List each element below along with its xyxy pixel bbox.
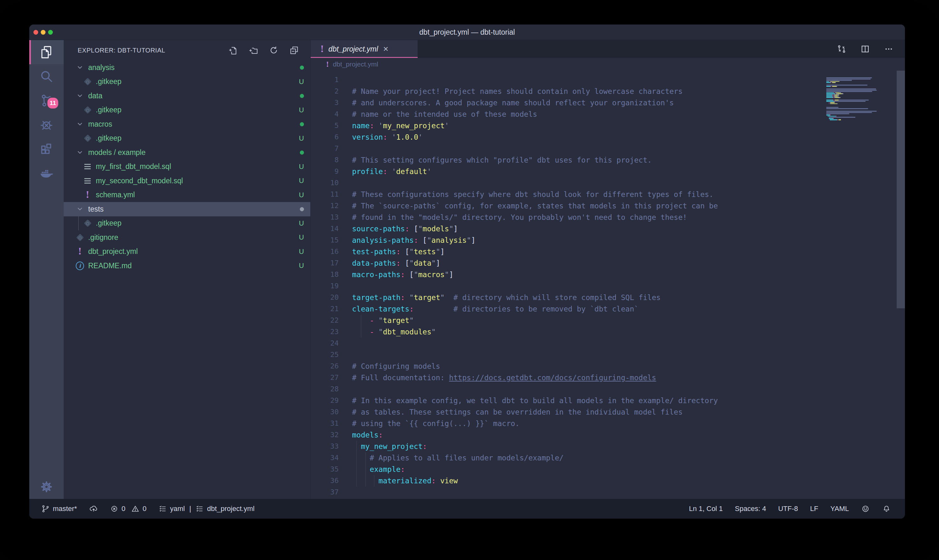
eol-status[interactable]: LF [810, 505, 818, 513]
open-changes-icon[interactable] [837, 44, 847, 54]
tree-item-data[interactable]: data [64, 89, 310, 103]
tree-item-macros[interactable]: macros [64, 117, 310, 131]
more-actions-icon[interactable] [884, 44, 893, 54]
yaml-warning-icon: ! [76, 246, 84, 257]
line-number: 13 [311, 212, 339, 223]
tree-item-gitignore[interactable]: .gitignoreU [64, 230, 310, 245]
line-number: 5 [311, 120, 339, 131]
tree-item-my-second-dbt-model-sql[interactable]: my_second_dbt_model.sqlU [64, 174, 310, 188]
tab-bar: ! dbt_project.yml × [311, 40, 905, 58]
code-line: 7 [311, 143, 905, 154]
code-line: 34 # Applies to all files under models/e… [311, 452, 905, 464]
line-number: 10 [311, 177, 339, 189]
close-window-button[interactable] [34, 30, 38, 35]
linter-yaml-status[interactable]: yaml | dbt_project.yml [159, 505, 254, 513]
code-line: 1 [311, 74, 905, 86]
sync-changes-button[interactable] [89, 504, 98, 513]
window-title: dbt_project.yml — dbt-tutorial [419, 28, 515, 37]
line-number: 9 [311, 166, 339, 177]
line-number: 23 [311, 326, 339, 338]
refresh-icon[interactable] [269, 46, 279, 55]
tree-item-dbt-project-yml[interactable]: !dbt_project.ymlU [64, 245, 310, 259]
notifications-bell-icon[interactable] [882, 504, 891, 513]
chevron-down-icon [76, 64, 84, 71]
docker-whale-icon [39, 165, 54, 181]
collapse-folders-icon[interactable] [289, 46, 299, 55]
activitybar-docker[interactable] [29, 161, 64, 185]
close-tab-icon[interactable]: × [381, 45, 390, 54]
linter-file: dbt_project.yml [207, 505, 254, 513]
code-line: 28 [311, 383, 905, 395]
git-untracked-badge: U [299, 134, 304, 143]
tree-item-gitkeep[interactable]: .gitkeepU [64, 216, 310, 231]
line-number: 12 [311, 200, 339, 212]
activitybar-settings[interactable] [29, 475, 64, 499]
line-number: 16 [311, 246, 339, 257]
activitybar-extensions[interactable] [29, 137, 64, 161]
code-line: 2# Name your project! Project names shou… [311, 86, 905, 97]
minimap[interactable] [824, 71, 897, 122]
indent-guide [365, 452, 366, 464]
code-line: 17data-paths: ["data"] [311, 257, 905, 269]
line-number: 19 [311, 280, 339, 292]
tree-item-analysis[interactable]: analysis [64, 60, 310, 75]
breadcrumb[interactable]: ! dbt_project.yml [311, 58, 905, 71]
activitybar-debug[interactable] [29, 112, 64, 137]
explorer-header-title: EXPLORER: DBT-TUTORIAL [78, 47, 165, 54]
code-line: 10 [311, 177, 905, 189]
tree-item-readme-md[interactable]: iREADME.mdU [64, 259, 310, 273]
tree-item-schema-yml[interactable]: !schema.ymlU [64, 188, 310, 202]
explorer-header: EXPLORER: DBT-TUTORIAL [64, 40, 310, 60]
tree-item-label: my_first_dbt_model.sql [96, 162, 171, 171]
activitybar-explorer[interactable] [29, 40, 64, 64]
tree-item-models-example[interactable]: models / example [64, 145, 310, 160]
code-lines: 12# Name your project! Project names sho… [311, 71, 905, 498]
tree-item-gitkeep[interactable]: .gitkeepU [64, 103, 310, 117]
line-number: 20 [311, 292, 339, 303]
code-line: 31# using the `{{ config(...) }}` macro. [311, 418, 905, 429]
sql-file-icon [83, 178, 92, 184]
git-untracked-badge: U [299, 262, 304, 270]
git-untracked-badge: U [299, 248, 304, 256]
indentation-status[interactable]: Spaces: 4 [735, 505, 766, 513]
code-editor[interactable]: 12# Name your project! Project names sho… [311, 71, 905, 499]
line-number: 36 [311, 475, 339, 486]
tab-dbt-project-yml[interactable]: ! dbt_project.yml × [311, 40, 418, 58]
split-editor-icon[interactable] [860, 44, 870, 54]
code-line: 33 my_new_project: [311, 441, 905, 452]
tree-item-tests[interactable]: tests [64, 202, 310, 216]
encoding-status[interactable]: UTF-8 [778, 505, 798, 513]
tree-item-my-first-dbt-model-sql[interactable]: my_first_dbt_model.sqlU [64, 160, 310, 174]
explorer-sidebar: EXPLORER: DBT-TUTORIAL [64, 40, 311, 499]
new-file-icon[interactable] [228, 46, 238, 55]
minimize-window-button[interactable] [41, 30, 46, 35]
line-number: 35 [311, 464, 339, 475]
line-number: 4 [311, 109, 339, 120]
tree-item-gitkeep[interactable]: .gitkeepU [64, 131, 310, 146]
chevron-down-icon [76, 92, 84, 99]
indent-guide [361, 326, 361, 338]
feedback-smiley-icon[interactable] [861, 504, 870, 513]
indent-guide [361, 315, 361, 326]
code-line: 19 [311, 280, 905, 292]
git-branch-status[interactable]: master* [42, 505, 77, 513]
editor-group: ! dbt_project.yml × [311, 40, 905, 499]
activitybar-source-control[interactable]: 11 [29, 88, 64, 112]
chevron-down-icon [76, 149, 84, 156]
indent-guide [365, 464, 366, 475]
activitybar-search[interactable] [29, 64, 64, 88]
cursor-position[interactable]: Ln 1, Col 1 [689, 505, 722, 513]
line-number: 11 [311, 189, 339, 200]
code-line: 21clean-targets: # directories to be rem… [311, 303, 905, 315]
line-number: 22 [311, 315, 339, 326]
code-line: 8# This setting configures which "profil… [311, 154, 905, 166]
tree-item-gitkeep[interactable]: .gitkeepU [64, 75, 310, 89]
yaml-warning-icon: ! [326, 60, 329, 68]
maximize-window-button[interactable] [48, 30, 53, 35]
problems-status[interactable]: 0 0 [110, 505, 147, 513]
language-mode[interactable]: YAML [830, 505, 849, 513]
git-untracked-badge: U [299, 78, 304, 86]
new-folder-icon[interactable] [249, 46, 258, 55]
editor-scrollbar[interactable] [897, 71, 905, 308]
gear-icon [39, 480, 54, 494]
